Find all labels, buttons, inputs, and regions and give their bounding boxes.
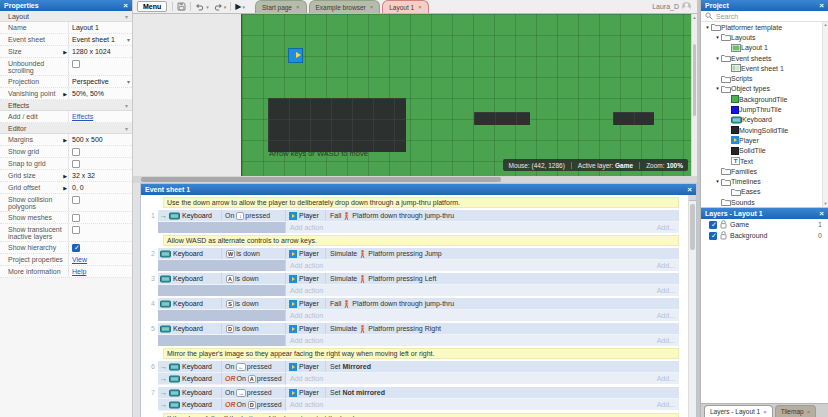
event-action[interactable]: PlayerSimulatePlatform pressing Jump bbox=[286, 248, 679, 260]
scrollbar-thumb[interactable] bbox=[141, 177, 501, 182]
menu-button[interactable]: Menu bbox=[137, 1, 167, 12]
tree-item-sounds[interactable]: Sounds bbox=[701, 197, 828, 207]
tab-start-page[interactable]: Start page× bbox=[255, 0, 307, 13]
event-action[interactable]: PlayerSimulatePlatform pressing Left bbox=[286, 273, 679, 285]
tree-item-object-types[interactable]: ▼Object types bbox=[701, 84, 828, 94]
undo-button[interactable]: ▾ bbox=[193, 1, 211, 12]
property-value[interactable] bbox=[68, 242, 132, 253]
layer-visible-checkbox[interactable] bbox=[709, 221, 717, 229]
event-comment[interactable]: If the player falls off the bottom of th… bbox=[163, 413, 679, 417]
event-condition[interactable]: →KeyboardOn↓pressed bbox=[158, 210, 286, 222]
close-icon[interactable]: × bbox=[819, 210, 824, 218]
expand-arrow-icon[interactable]: ▼ bbox=[704, 25, 711, 30]
vertical-scrollbar[interactable] bbox=[688, 195, 696, 417]
event-block[interactable]: 4KeyboardSis downPlayerFallPlatform down… bbox=[158, 298, 679, 321]
close-icon[interactable]: × bbox=[418, 4, 422, 10]
tab-tilemap[interactable]: Tilemap× bbox=[775, 405, 816, 417]
add-link[interactable]: Add... bbox=[657, 287, 675, 294]
close-icon[interactable]: × bbox=[763, 409, 767, 415]
tree-item-movingsolidtile[interactable]: MovingSolidTile bbox=[701, 125, 828, 135]
event-action[interactable]: PlayerFallPlatform down through jump-thr… bbox=[286, 210, 679, 222]
layer-row-game[interactable]: Game1 bbox=[701, 219, 828, 230]
event-condition[interactable]: KeyboardDis down bbox=[158, 323, 286, 335]
chevron-down-icon[interactable]: ▾ bbox=[242, 4, 245, 10]
checkbox[interactable] bbox=[72, 160, 80, 168]
tab-example-browser[interactable]: Example browser× bbox=[309, 0, 381, 13]
layer-visible-checkbox[interactable] bbox=[709, 232, 717, 240]
event-comment[interactable]: Use the down arrow to allow the player t… bbox=[163, 197, 679, 208]
property-link[interactable]: Help bbox=[72, 268, 86, 275]
expand-arrow-icon[interactable]: ▼ bbox=[714, 179, 721, 184]
property-value[interactable]: 500 x 500 bbox=[68, 134, 132, 145]
collapse-icon[interactable]: ▾ bbox=[125, 13, 128, 20]
checkbox[interactable] bbox=[72, 148, 80, 156]
add-action[interactable]: Add actionAdd... bbox=[286, 310, 679, 321]
event-block[interactable]: 2KeyboardWis downPlayerSimulatePlatform … bbox=[158, 248, 679, 271]
tab-layers---layout-1[interactable]: Layers - Layout 1× bbox=[704, 405, 773, 417]
event-block[interactable]: 6→KeyboardOn←pressed→KeyboardOROnApresse… bbox=[158, 361, 679, 385]
tree-item-eases[interactable]: Eases bbox=[701, 187, 828, 197]
event-comment[interactable]: Allow WASD as alternate controls to arro… bbox=[163, 235, 679, 246]
tree-item-text[interactable]: TText bbox=[701, 156, 828, 166]
redo-button[interactable]: ▾ bbox=[211, 1, 229, 12]
tree-item-jumpthrutile[interactable]: JumpThruTile bbox=[701, 104, 828, 114]
chevron-down-icon[interactable]: ▾ bbox=[127, 36, 130, 43]
project-search[interactable]: Search bbox=[701, 11, 828, 22]
property-value[interactable]: 1280 x 1024 bbox=[68, 46, 132, 57]
property-value[interactable]: 32 x 32 bbox=[68, 170, 132, 181]
add-action[interactable]: Add actionAdd... bbox=[286, 335, 679, 346]
tree-item-families[interactable]: Families bbox=[701, 166, 828, 176]
tree-item-solidtile[interactable]: SolidTile bbox=[701, 146, 828, 156]
property-value[interactable]: Effects bbox=[68, 111, 132, 122]
add-link[interactable]: Add... bbox=[657, 401, 675, 408]
instruction-text-object[interactable]: Arrow keys or WASD to move bbox=[269, 149, 368, 158]
event-condition[interactable]: KeyboardSis down bbox=[158, 298, 286, 310]
event-action[interactable]: PlayerSetMirrored bbox=[286, 361, 679, 373]
property-group-header[interactable]: Editor▾ bbox=[0, 123, 132, 134]
tree-item-layout-1[interactable]: Layout 1 bbox=[701, 43, 828, 53]
event-condition[interactable]: →KeyboardOROnDpressed bbox=[158, 399, 286, 411]
tree-item-backgroundtile[interactable]: BackgroundTile bbox=[701, 94, 828, 104]
close-icon[interactable]: × bbox=[807, 409, 811, 415]
user-account[interactable]: Laura_D bbox=[652, 2, 697, 13]
event-block[interactable]: 7→KeyboardOn→pressed→KeyboardOROnDpresse… bbox=[158, 387, 679, 411]
collapse-icon[interactable]: ▾ bbox=[125, 125, 128, 132]
tree-item-timelines[interactable]: ▼Timelines bbox=[701, 176, 828, 186]
event-block[interactable]: 3KeyboardAis downPlayerSimulatePlatform … bbox=[158, 273, 679, 296]
expand-arrow-icon[interactable]: ▼ bbox=[714, 35, 721, 40]
add-action[interactable]: Add actionAdd... bbox=[286, 399, 679, 410]
tree-item-event-sheets[interactable]: ▼Event sheets bbox=[701, 53, 828, 63]
checkbox[interactable] bbox=[72, 226, 80, 234]
tree-item-player[interactable]: Player bbox=[701, 135, 828, 145]
property-value[interactable] bbox=[68, 146, 132, 157]
chevron-down-icon[interactable]: ▾ bbox=[206, 4, 209, 10]
scroll-up-icon[interactable]: ▲ bbox=[823, 22, 828, 28]
add-action[interactable]: Add actionAdd... bbox=[286, 260, 679, 271]
platform-block[interactable] bbox=[268, 98, 406, 152]
vertical-scrollbar[interactable]: ▲ ▼ bbox=[822, 22, 828, 207]
tree-item-scripts[interactable]: Scripts bbox=[701, 73, 828, 83]
expand-arrow-icon[interactable]: ▼ bbox=[714, 56, 721, 61]
property-value[interactable] bbox=[68, 158, 132, 169]
property-value[interactable] bbox=[68, 194, 132, 211]
event-condition[interactable]: KeyboardAis down bbox=[158, 273, 286, 285]
event-condition[interactable]: →KeyboardOn→pressed bbox=[158, 387, 286, 399]
scroll-down-icon[interactable]: ▼ bbox=[823, 201, 828, 207]
event-condition[interactable]: →KeyboardOn←pressed bbox=[158, 361, 286, 373]
property-link[interactable]: View bbox=[72, 256, 87, 263]
property-value[interactable]: 50%, 50% bbox=[68, 88, 132, 99]
property-group-header[interactable]: Effects▾ bbox=[0, 100, 132, 111]
scrollbar-thumb[interactable] bbox=[693, 44, 696, 116]
tree-item-platformer-template[interactable]: ▼Platformer template bbox=[701, 22, 828, 32]
platform-block[interactable] bbox=[474, 112, 530, 125]
property-value[interactable]: 0, 0 bbox=[68, 182, 132, 193]
checkbox[interactable] bbox=[72, 196, 80, 204]
expand-icon[interactable]: ▶ bbox=[63, 48, 67, 56]
add-link[interactable]: Add... bbox=[657, 262, 675, 269]
layer-row-background[interactable]: Background0 bbox=[701, 230, 828, 241]
expand-icon[interactable]: ▶ bbox=[63, 172, 67, 180]
close-icon[interactable]: × bbox=[370, 4, 374, 10]
checkbox[interactable] bbox=[72, 214, 80, 222]
add-action[interactable]: Add actionAdd... bbox=[286, 222, 679, 233]
tree-item-keyboard[interactable]: Keyboard bbox=[701, 115, 828, 125]
